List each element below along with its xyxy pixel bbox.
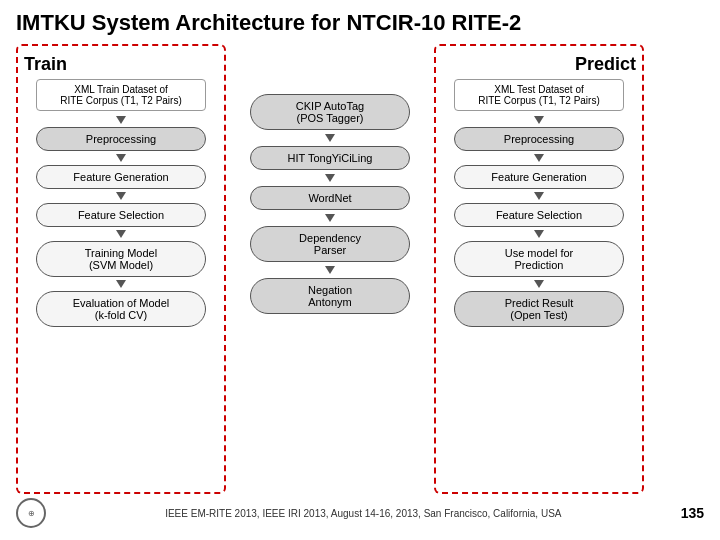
arrow-2	[116, 154, 126, 162]
predict-arrow-2	[534, 154, 544, 162]
center-step-ckip: CKIP AutoTag(POS Tagger)	[250, 94, 410, 130]
center-step-hit: HIT TongYiCiLing	[250, 146, 410, 170]
predict-arrow-1	[534, 116, 544, 124]
page-title: IMTKU System Architecture for NTCIR-10 R…	[16, 10, 704, 36]
train-column: Train XML Train Dataset ofRITE Corpus (T…	[16, 44, 226, 494]
train-step-feature-selection: Feature Selection	[36, 203, 206, 227]
predict-column: Predict XML Test Dataset ofRITE Corpus (…	[434, 44, 644, 494]
predict-step-feature-generation: Feature Generation	[454, 165, 624, 189]
center-arrow-1	[325, 134, 335, 142]
predict-step-result: Predict Result(Open Test)	[454, 291, 624, 327]
page: IMTKU System Architecture for NTCIR-10 R…	[0, 0, 720, 540]
train-step-preprocessing: Preprocessing	[36, 127, 206, 151]
train-dataset: XML Train Dataset ofRITE Corpus (T1, T2 …	[36, 79, 206, 111]
train-label: Train	[24, 54, 67, 75]
predict-dataset: XML Test Dataset ofRITE Corpus (T1, T2 P…	[454, 79, 624, 111]
arrow-4	[116, 230, 126, 238]
center-arrow-2	[325, 174, 335, 182]
center-column: CKIP AutoTag(POS Tagger) HIT TongYiCiLin…	[230, 44, 430, 494]
predict-step-feature-selection: Feature Selection	[454, 203, 624, 227]
predict-step-use-model: Use model forPrediction	[454, 241, 624, 277]
predict-arrow-4	[534, 230, 544, 238]
train-step-feature-generation: Feature Generation	[36, 165, 206, 189]
page-number: 135	[681, 505, 704, 521]
architecture-diagram: Train XML Train Dataset ofRITE Corpus (T…	[16, 44, 704, 494]
predict-arrow-5	[534, 280, 544, 288]
arrow-1	[116, 116, 126, 124]
predict-label: Predict	[575, 54, 636, 75]
train-step-evaluation: Evaluation of Model(k-fold CV)	[36, 291, 206, 327]
predict-step-preprocessing: Preprocessing	[454, 127, 624, 151]
center-step-negation: NegationAntonym	[250, 278, 410, 314]
center-arrow-3	[325, 214, 335, 222]
train-step-training-model: Training Model(SVM Model)	[36, 241, 206, 277]
center-step-wordnet: WordNet	[250, 186, 410, 210]
center-arrow-4	[325, 266, 335, 274]
arrow-5	[116, 280, 126, 288]
center-step-dependency: DependencyParser	[250, 226, 410, 262]
footer-text: IEEE EM-RITE 2013, IEEE IRI 2013, August…	[165, 508, 561, 519]
footer: ⊕ IEEE EM-RITE 2013, IEEE IRI 2013, Augu…	[16, 494, 704, 530]
predict-arrow-3	[534, 192, 544, 200]
arrow-3	[116, 192, 126, 200]
footer-logo: ⊕	[16, 498, 46, 528]
